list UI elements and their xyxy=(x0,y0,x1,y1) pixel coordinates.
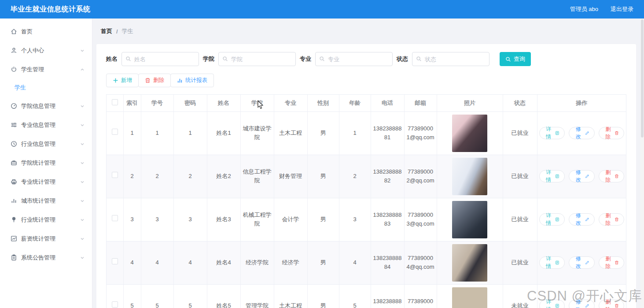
sidebar-item-major-stats[interactable]: 专业统计管理 xyxy=(0,172,92,191)
sidebar-item-system-notice[interactable]: 系统公告管理 xyxy=(0,248,92,267)
cell-age: 2 xyxy=(339,155,371,198)
cell-age: 1 xyxy=(339,111,371,155)
row-checkbox[interactable] xyxy=(112,258,118,264)
detail-button[interactable]: 详情 xyxy=(539,213,565,226)
main-content: 首页 / 学生 姓名 学院 xyxy=(92,19,644,308)
cell-email: 773890003@qq.com xyxy=(404,198,437,241)
sidebar-item-city-stats[interactable]: 城市统计管理 xyxy=(0,191,92,210)
cell-phone: 13823888882 xyxy=(371,155,404,198)
detail-button[interactable]: 详情 xyxy=(539,300,565,308)
cell-student-no: 4 xyxy=(141,241,173,284)
search-button[interactable]: 查询 xyxy=(500,52,531,66)
sidebar-item-industry-info[interactable]: 行业信息管理 xyxy=(0,134,92,153)
row-checkbox[interactable] xyxy=(112,215,118,221)
edit-button[interactable]: 修改 xyxy=(569,127,595,139)
col-status: 状态 xyxy=(503,95,537,111)
document-icon xyxy=(555,174,559,179)
status-filter-input[interactable] xyxy=(412,52,489,66)
row-checkbox[interactable] xyxy=(112,172,118,178)
detail-button[interactable]: 详情 xyxy=(539,127,565,139)
current-user[interactable]: 管理员 abo xyxy=(570,5,598,13)
sidebar-item-student-management[interactable]: 学生管理 xyxy=(0,60,92,79)
add-button[interactable]: 新增 xyxy=(106,74,139,87)
delete-button[interactable]: 删除 xyxy=(138,74,171,87)
edit-button[interactable]: 修改 xyxy=(569,300,595,308)
col-major: 专业 xyxy=(274,95,307,111)
remove-button[interactable]: 删除 xyxy=(599,213,625,226)
scrollbar-thumb[interactable] xyxy=(641,19,644,137)
sidebar: 首页 个人中心 学生管理 学生 学院信息管理 专业信息管理 行业信息管理 xyxy=(0,19,92,308)
table-row: 1 1 1 姓名1 城市建设学院 土木工程 男 1 13823888881 77… xyxy=(107,111,626,155)
row-checkbox[interactable] xyxy=(112,301,118,308)
college-filter-input[interactable] xyxy=(218,52,296,66)
cell-gender: 男 xyxy=(307,284,339,308)
cell-name: 姓名4 xyxy=(207,241,240,284)
sidebar-item-industry-stats[interactable]: 行业统计管理 xyxy=(0,210,92,229)
trash-icon xyxy=(615,303,619,308)
col-email: 邮箱 xyxy=(404,95,437,111)
col-index: 索引 xyxy=(123,95,141,111)
chevron-down-icon xyxy=(80,179,85,185)
logout-link[interactable]: 退出登录 xyxy=(611,5,633,13)
cell-major: 土木工程 xyxy=(274,111,307,155)
cell-password: 3 xyxy=(173,198,207,241)
power-icon xyxy=(11,66,17,73)
cell-email: 773890002@qq.com xyxy=(404,155,437,198)
status-badge: 已就业 xyxy=(503,111,537,155)
sidebar-item-college-info[interactable]: 学院信息管理 xyxy=(0,96,92,115)
cell-age: 4 xyxy=(339,241,371,284)
chevron-down-icon xyxy=(80,160,85,166)
report-button[interactable]: 统计报表 xyxy=(170,74,214,87)
sidebar-item-major-info[interactable]: 专业信息管理 xyxy=(0,115,92,134)
row-checkbox[interactable] xyxy=(112,129,118,135)
filter-status-label: 状态 xyxy=(397,55,408,63)
col-password: 密码 xyxy=(173,95,207,111)
sidebar-item-home[interactable]: 首页 xyxy=(0,22,92,41)
edit-button[interactable]: 修改 xyxy=(569,256,595,269)
col-actions: 操作 xyxy=(537,95,626,111)
document-icon xyxy=(555,260,559,265)
sidebar-item-label: 学院信息管理 xyxy=(21,102,80,110)
sidebar-item-personal-center[interactable]: 个人中心 xyxy=(0,41,92,60)
cell-gender: 男 xyxy=(307,111,339,155)
edit-button[interactable]: 修改 xyxy=(569,213,595,226)
col-student-no: 学号 xyxy=(141,95,173,111)
remove-button[interactable]: 删除 xyxy=(599,127,625,139)
select-all-checkbox[interactable] xyxy=(112,99,118,105)
student-photo xyxy=(452,115,487,152)
remove-button[interactable]: 删除 xyxy=(599,170,625,182)
sidebar-item-label: 首页 xyxy=(21,28,85,36)
trend-icon xyxy=(11,235,17,242)
chevron-down-icon xyxy=(80,236,85,241)
major-filter-input[interactable] xyxy=(315,52,393,66)
remove-button[interactable]: 删除 xyxy=(599,256,625,269)
sidebar-item-college-stats[interactable]: 学院统计管理 xyxy=(0,153,92,172)
cell-major: 财务管理 xyxy=(274,155,307,198)
cell-major: 土木工程 xyxy=(274,284,307,308)
cell-college: 经济学院 xyxy=(240,241,274,284)
chevron-down-icon xyxy=(80,255,85,260)
top-header: 毕业生就业信息统计系统 管理员 abo 退出登录 xyxy=(0,0,644,19)
name-filter-input[interactable] xyxy=(121,52,199,66)
table-header-row: 索引 学号 密码 姓名 学院 专业 性别 年龄 电话 邮箱 照片 状态 xyxy=(107,95,626,111)
remove-button[interactable]: 删除 xyxy=(599,300,625,308)
cell-student-no: 5 xyxy=(141,284,173,308)
vertical-scrollbar[interactable] xyxy=(640,19,644,308)
cell-name: 姓名3 xyxy=(207,198,240,241)
edit-button[interactable]: 修改 xyxy=(569,170,595,182)
chevron-down-icon xyxy=(80,48,85,53)
detail-button[interactable]: 详情 xyxy=(539,170,565,182)
chevron-down-icon xyxy=(80,198,85,204)
sidebar-item-salary-stats[interactable]: 薪资统计管理 xyxy=(0,229,92,248)
printer-icon xyxy=(11,178,17,185)
status-badge: 已就业 xyxy=(503,241,537,284)
filter-major: 专业 xyxy=(300,52,393,66)
cell-gender: 男 xyxy=(307,198,339,241)
student-photo xyxy=(452,158,487,195)
document-icon xyxy=(555,303,559,308)
cell-email: 773890005@qq.com xyxy=(404,284,437,308)
detail-button[interactable]: 详情 xyxy=(539,256,565,269)
breadcrumb-home[interactable]: 首页 xyxy=(101,27,112,35)
sidebar-subitem-student[interactable]: 学生 xyxy=(0,79,92,96)
pencil-icon xyxy=(585,303,589,308)
